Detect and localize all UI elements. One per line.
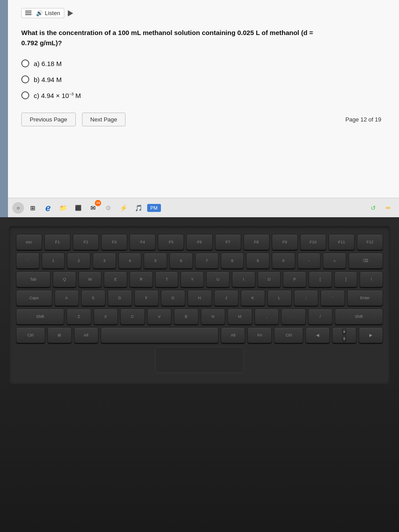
taskbar-audio-icon[interactable]: 🎵 bbox=[132, 202, 145, 214]
option-a[interactable]: a) 6.18 M bbox=[21, 59, 386, 67]
key-e[interactable]: E bbox=[104, 271, 127, 287]
key-f5[interactable]: F5 bbox=[158, 234, 184, 250]
key-up[interactable]: ▲ bbox=[342, 328, 347, 335]
key-z[interactable]: Z bbox=[66, 309, 91, 325]
key-5[interactable]: 5 bbox=[144, 253, 167, 269]
key-f2[interactable]: F2 bbox=[73, 234, 99, 250]
key-x[interactable]: X bbox=[94, 309, 118, 325]
next-page-button[interactable]: Next Page bbox=[82, 113, 126, 126]
key-space[interactable] bbox=[101, 327, 219, 343]
key-fn[interactable]: Fn bbox=[247, 327, 272, 343]
taskbar-store-icon[interactable]: ⬛ bbox=[72, 202, 84, 214]
key-backslash[interactable]: \ bbox=[360, 271, 383, 287]
key-backspace[interactable]: ⌫ bbox=[348, 253, 383, 269]
key-backtick[interactable]: ` bbox=[16, 253, 39, 269]
key-comma[interactable]: , bbox=[254, 309, 279, 325]
key-j[interactable]: J bbox=[214, 290, 239, 306]
key-alt-right[interactable]: Alt bbox=[221, 327, 245, 343]
key-shift-right[interactable]: Shift bbox=[335, 309, 383, 325]
key-f7[interactable]: F7 bbox=[215, 234, 241, 250]
key-v[interactable]: V bbox=[147, 309, 172, 325]
taskbar-lightning-icon[interactable]: ⚡ bbox=[117, 202, 129, 214]
key-d[interactable]: D bbox=[108, 290, 132, 306]
key-7[interactable]: 7 bbox=[195, 253, 219, 269]
key-i[interactable]: I bbox=[232, 271, 255, 287]
key-l[interactable]: L bbox=[267, 290, 292, 306]
key-u[interactable]: U bbox=[206, 271, 230, 287]
key-slash[interactable]: / bbox=[308, 309, 333, 325]
option-c[interactable]: c) 4.94 × 10−3 M bbox=[21, 91, 386, 99]
key-down[interactable]: ▼ bbox=[342, 336, 347, 342]
key-equals[interactable]: = bbox=[323, 253, 346, 269]
key-win[interactable]: ⊞ bbox=[47, 327, 72, 343]
key-enter[interactable]: Enter bbox=[347, 290, 383, 306]
key-1[interactable]: 1 bbox=[42, 253, 65, 269]
taskbar-notification-icon[interactable]: ✉ 39 bbox=[87, 202, 99, 214]
key-ctrl-left[interactable]: Ctrl bbox=[16, 327, 45, 343]
key-capslock[interactable]: Caps bbox=[16, 290, 52, 306]
key-0[interactable]: 0 bbox=[272, 253, 295, 269]
key-tab[interactable]: Tab bbox=[16, 271, 51, 287]
key-q[interactable]: Q bbox=[53, 271, 76, 287]
taskbar-pen-icon[interactable]: ✏ bbox=[382, 202, 395, 214]
key-b[interactable]: B bbox=[174, 309, 199, 325]
key-o[interactable]: O bbox=[258, 271, 281, 287]
key-a[interactable]: A bbox=[55, 290, 79, 306]
key-m[interactable]: M bbox=[227, 309, 252, 325]
lightning-icon: ⚡ bbox=[120, 204, 127, 211]
key-f1[interactable]: F1 bbox=[44, 234, 70, 250]
key-f12[interactable]: F12 bbox=[357, 234, 383, 250]
key-f8[interactable]: F8 bbox=[243, 234, 270, 250]
taskbar-folder-icon[interactable]: 📁 bbox=[57, 202, 69, 214]
key-w[interactable]: W bbox=[78, 271, 102, 287]
key-f9[interactable]: F9 bbox=[272, 234, 298, 250]
key-g[interactable]: G bbox=[161, 290, 185, 306]
key-6[interactable]: 6 bbox=[169, 253, 193, 269]
key-9[interactable]: 9 bbox=[246, 253, 270, 269]
key-8[interactable]: 8 bbox=[221, 253, 244, 269]
key-alt-left[interactable]: Alt bbox=[74, 327, 98, 343]
key-3[interactable]: 3 bbox=[93, 253, 116, 269]
trackpad[interactable] bbox=[155, 347, 244, 373]
key-p[interactable]: P bbox=[283, 271, 306, 287]
key-4[interactable]: 4 bbox=[118, 253, 142, 269]
key-f3[interactable]: F3 bbox=[101, 234, 127, 250]
radio-a[interactable] bbox=[21, 59, 29, 67]
taskbar-refresh-icon[interactable]: ↺ bbox=[367, 202, 379, 214]
key-c[interactable]: C bbox=[120, 309, 145, 325]
key-t[interactable]: T bbox=[155, 271, 179, 287]
key-2[interactable]: 2 bbox=[67, 253, 90, 269]
key-left[interactable]: ◀ bbox=[305, 327, 330, 343]
key-f11[interactable]: F11 bbox=[329, 234, 355, 250]
play-button[interactable] bbox=[68, 10, 73, 16]
key-esc[interactable]: esc bbox=[16, 234, 42, 250]
key-f[interactable]: F bbox=[134, 290, 159, 306]
option-b[interactable]: b) 4.94 M bbox=[21, 75, 386, 83]
key-f4[interactable]: F4 bbox=[129, 234, 156, 250]
taskbar-settings-icon[interactable]: ⚙ bbox=[102, 202, 114, 214]
key-k[interactable]: K bbox=[241, 290, 265, 306]
taskbar-search-button[interactable]: ○ bbox=[12, 202, 24, 214]
listen-button[interactable]: 🔊 Listen bbox=[21, 8, 64, 18]
taskbar-edge-icon[interactable]: ℯ bbox=[42, 202, 54, 214]
key-quote[interactable]: ' bbox=[321, 290, 345, 306]
key-n[interactable]: N bbox=[201, 309, 226, 325]
previous-page-button[interactable]: Previous Page bbox=[21, 113, 76, 126]
taskbar-taskview-button[interactable]: ⊞ bbox=[27, 202, 39, 214]
key-s[interactable]: S bbox=[81, 290, 106, 306]
key-shift-left[interactable]: Shift bbox=[16, 309, 64, 325]
key-r[interactable]: R bbox=[129, 271, 153, 287]
key-f6[interactable]: F6 bbox=[186, 234, 212, 250]
key-f10[interactable]: F10 bbox=[300, 234, 326, 250]
radio-b[interactable] bbox=[21, 75, 29, 83]
key-rbracket[interactable]: ] bbox=[334, 271, 358, 287]
key-ctrl-right[interactable]: Ctrl bbox=[274, 327, 303, 343]
key-period[interactable]: . bbox=[281, 309, 306, 325]
key-h[interactable]: H bbox=[188, 290, 212, 306]
key-y[interactable]: Y bbox=[180, 271, 204, 287]
key-lbracket[interactable]: [ bbox=[309, 271, 332, 287]
key-right[interactable]: ▶ bbox=[359, 327, 383, 343]
key-semicolon[interactable]: ; bbox=[294, 290, 318, 306]
radio-c[interactable] bbox=[21, 91, 29, 99]
key-minus[interactable]: - bbox=[297, 253, 321, 269]
